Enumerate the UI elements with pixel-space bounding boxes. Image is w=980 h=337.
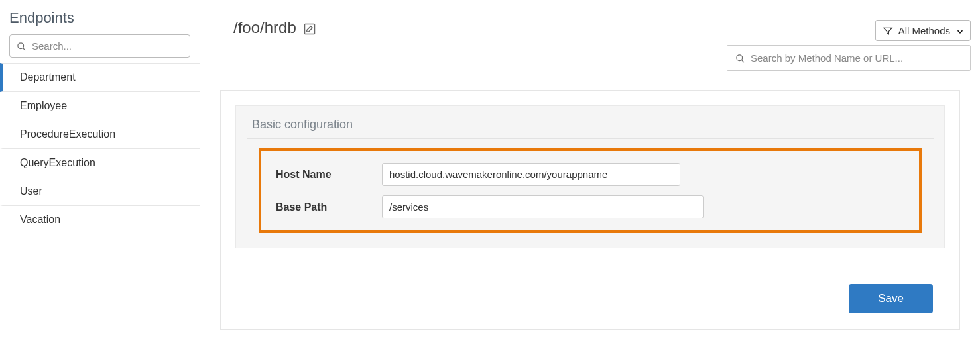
method-search-input[interactable] (751, 52, 962, 64)
methods-filter-dropdown[interactable]: All Methods (875, 20, 971, 41)
endpoint-item-procedureexecution[interactable]: ProcedureExecution (0, 120, 200, 149)
endpoint-item-department[interactable]: Department (0, 63, 200, 92)
endpoint-item-label: Employee (20, 100, 67, 111)
method-search[interactable] (727, 45, 971, 71)
highlight-box: Host Name Base Path (259, 148, 922, 233)
page-title: /foo/hrdb (233, 19, 316, 37)
sidebar-search[interactable] (9, 34, 190, 58)
search-icon (735, 52, 745, 64)
svg-rect-2 (304, 24, 314, 34)
chevron-down-icon (955, 25, 965, 36)
svg-point-0 (18, 43, 24, 49)
endpoint-item-user[interactable]: User (0, 177, 200, 206)
sidebar-title: Endpoints (0, 7, 200, 34)
svg-line-4 (742, 60, 744, 62)
endpoint-item-label: User (20, 185, 42, 197)
endpoint-item-label: Vacation (20, 214, 60, 225)
base-path-row: Base Path (276, 195, 904, 218)
endpoint-item-queryexecution[interactable]: QueryExecution (0, 149, 200, 177)
actions-row: Save (221, 260, 959, 313)
main: /foo/hrdb All Methods (200, 0, 980, 337)
svg-line-1 (23, 48, 25, 50)
content-card: Basic configuration Host Name Base Path … (220, 90, 960, 330)
filter-icon (883, 24, 893, 36)
page-path: /foo/hrdb (233, 19, 296, 37)
basic-configuration-title: Basic configuration (247, 118, 934, 139)
endpoint-item-vacation[interactable]: Vacation (0, 206, 200, 234)
base-path-label: Base Path (276, 201, 382, 213)
sidebar-search-input[interactable] (32, 40, 183, 52)
endpoint-item-label: QueryExecution (20, 157, 95, 168)
basic-configuration-panel: Basic configuration Host Name Base Path (235, 105, 945, 248)
base-path-input[interactable] (382, 195, 704, 218)
endpoint-item-employee[interactable]: Employee (0, 92, 200, 120)
save-button[interactable]: Save (849, 284, 933, 313)
host-name-label: Host Name (276, 169, 382, 181)
search-icon (17, 40, 27, 52)
host-name-row: Host Name (276, 163, 904, 186)
endpoint-item-label: Department (20, 72, 76, 83)
endpoints-list: Department Employee ProcedureExecution Q… (0, 63, 200, 234)
svg-point-3 (737, 55, 743, 61)
methods-filter-label: All Methods (898, 25, 950, 36)
host-name-input[interactable] (382, 163, 680, 186)
sidebar: Endpoints Department Employee ProcedureE… (0, 0, 200, 337)
edit-icon[interactable] (303, 19, 316, 37)
endpoint-item-label: ProcedureExecution (20, 128, 115, 140)
